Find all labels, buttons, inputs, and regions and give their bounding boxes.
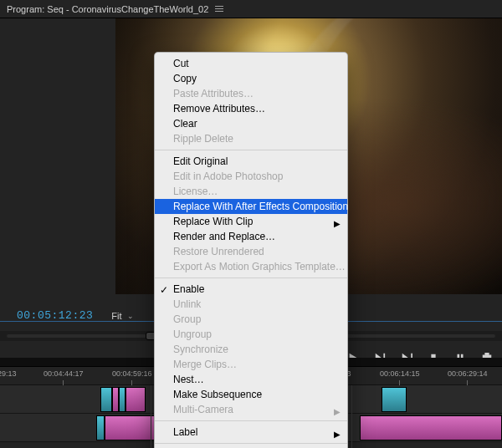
zoom-fit-dropdown[interactable]: Fit ⌄	[111, 311, 133, 321]
menu-item-label: Ripple Delete	[173, 133, 233, 145]
menu-item-label: Replace With After Effects Composition	[173, 201, 348, 212]
menu-item-remove-attributes[interactable]: Remove Attributes…	[155, 101, 347, 116]
menu-item-label: Replace With Clip	[173, 216, 253, 227]
menu-item-merge-clips: Merge Clips…	[155, 357, 347, 372]
menu-item-label: Export As Motion Graphics Template…	[173, 261, 346, 272]
timeline-clip[interactable]	[126, 387, 146, 412]
menu-item-label: Multi-Camera	[173, 404, 233, 415]
time-tick-label: 00:04:29:13	[0, 367, 17, 378]
menu-item-nest[interactable]: Nest…	[155, 372, 347, 387]
menu-item-edit-in-adobe-photoshop: Edit in Adobe Photoshop	[155, 169, 347, 184]
sequence-name: Seq - CoronavirusChangeTheWorld_02	[47, 4, 208, 14]
program-label: Program:	[7, 4, 44, 14]
timeline-clip[interactable]	[100, 387, 112, 412]
time-tick-label: 00:04:44:17	[44, 367, 84, 378]
menu-item-multi-camera: Multi-Camera▶	[155, 402, 347, 417]
timeline-clip[interactable]	[119, 387, 126, 412]
menu-item-enable[interactable]: ✓Enable	[155, 282, 347, 297]
clip-context-menu[interactable]: CutCopyPaste Attributes…Remove Attribute…	[154, 52, 348, 448]
panel-edge	[151, 385, 151, 448]
menu-item-label: Synchronize	[173, 344, 228, 355]
menu-item-label: Nest…	[173, 374, 204, 385]
menu-item-label: Paste Attributes…	[173, 88, 254, 99]
menu-item-label: Merge Clips…	[173, 359, 237, 370]
menu-item-label: Render and Replace…	[173, 231, 275, 242]
menu-item-make-subsequence[interactable]: Make Subsequence	[155, 387, 347, 402]
menu-item-label: Ungroup	[173, 328, 212, 340]
menu-item-edit-original[interactable]: Edit Original	[155, 154, 347, 169]
menu-item-cut[interactable]: Cut	[155, 56, 347, 71]
menu-item-replace-with-after-effects-composition[interactable]: Replace With After Effects Composition	[155, 199, 347, 214]
menu-item-ungroup: Ungroup	[155, 327, 347, 342]
menu-item-label: Edit Original	[173, 155, 228, 167]
submenu-arrow-icon: ▶	[334, 405, 341, 420]
menu-item-label: Label	[173, 426, 197, 438]
timeline-clip[interactable]	[360, 415, 502, 440]
menu-item-label: Edit in Adobe Photoshop	[173, 171, 283, 182]
menu-item-label: Clear	[173, 118, 197, 130]
chevron-down-icon: ⌄	[127, 312, 134, 320]
menu-item-ripple-delete: Ripple Delete	[155, 131, 347, 146]
menu-item-label: Unlink	[173, 298, 201, 310]
menu-item-label: Make Subsequence	[173, 389, 262, 400]
menu-separator	[155, 443, 347, 444]
playhead-timecode[interactable]: 00:05:12:23	[17, 309, 93, 322]
menu-item-license: License…	[155, 184, 347, 199]
timeline-clip[interactable]	[382, 387, 407, 412]
menu-item-synchronize: Synchronize	[155, 342, 347, 357]
panel-edge	[351, 385, 352, 448]
menu-item-unlink: Unlink	[155, 297, 347, 312]
menu-item-label: Restore Unrendered	[173, 246, 264, 257]
time-tick-label: 00:06:29:14	[448, 367, 488, 378]
panel-menu-icon[interactable]	[215, 6, 223, 12]
time-tick: 00:04:44:17	[44, 367, 84, 385]
menu-item-paste-attributes: Paste Attributes…	[155, 86, 347, 101]
menu-item-label[interactable]: Label▶	[155, 425, 347, 440]
menu-item-label: Cut	[173, 58, 189, 69]
time-tick: 00:06:29:14	[448, 367, 488, 385]
program-monitor-header: Program: Seq - CoronavirusChangeTheWorld…	[0, 0, 502, 18]
menu-item-render-and-replace[interactable]: Render and Replace…	[155, 229, 347, 244]
zoom-fit-label: Fit	[111, 311, 121, 321]
menu-separator	[155, 420, 347, 421]
premiere-ui: Program: Seq - CoronavirusChangeTheWorld…	[0, 0, 502, 448]
menu-item-label: Enable	[173, 283, 204, 295]
menu-item-label: Copy	[173, 73, 197, 84]
time-tick-label: 00:04:59:16	[112, 367, 152, 378]
time-tick: 00:06:14:15	[380, 367, 420, 385]
menu-item-label: Remove Attributes…	[173, 103, 265, 115]
menu-item-label: Group	[173, 313, 201, 325]
submenu-arrow-icon: ▶	[334, 427, 341, 442]
timeline-clip[interactable]	[112, 387, 119, 412]
menu-separator	[155, 277, 347, 278]
time-tick: 00:04:59:16	[112, 367, 152, 385]
menu-item-replace-with-clip[interactable]: Replace With Clip▶	[155, 214, 347, 229]
menu-item-label: License…	[173, 186, 218, 197]
check-icon: ✓	[160, 283, 168, 298]
menu-item-group: Group	[155, 312, 347, 327]
menu-item-restore-unrendered: Restore Unrendered	[155, 244, 347, 259]
menu-item-export-as-motion-graphics-template: Export As Motion Graphics Template…	[155, 259, 347, 274]
time-tick-label: 00:06:14:15	[380, 367, 420, 378]
menu-item-copy[interactable]: Copy	[155, 71, 347, 86]
menu-separator	[155, 150, 347, 150]
timeline-clip[interactable]	[96, 415, 105, 440]
time-tick: 00:04:29:13	[0, 367, 17, 385]
timeline-clip[interactable]	[105, 415, 155, 440]
menu-item-clear[interactable]: Clear	[155, 116, 347, 131]
